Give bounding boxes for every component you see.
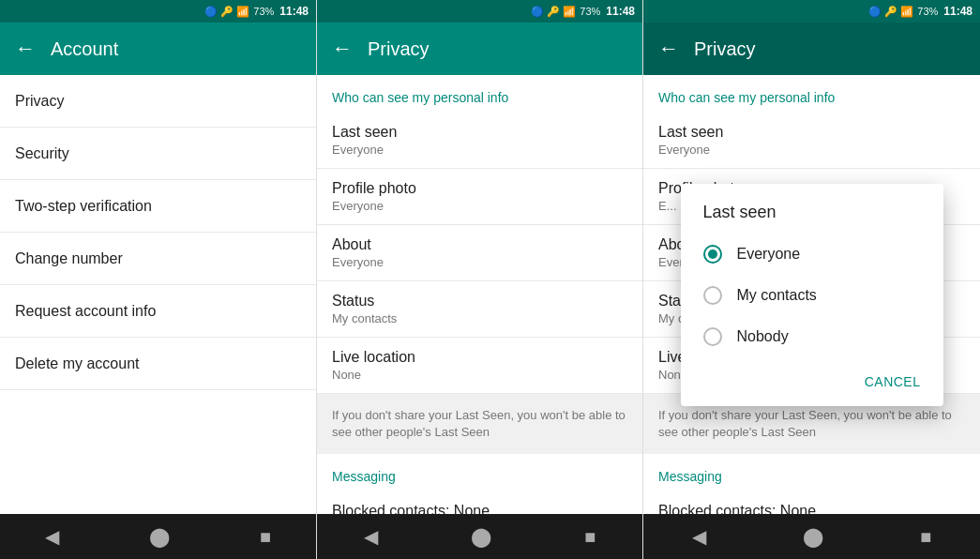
back-arrow-1[interactable]: ← (15, 37, 36, 61)
dialog-actions: CANCEL (681, 357, 943, 406)
privacy-top-bar: ← Privacy (317, 23, 642, 75)
account-menu-list: Privacy Security Two-step verification C… (0, 75, 316, 514)
bottom-nav-3: ◀ ⬤ ■ (643, 514, 980, 559)
dialog-option-my-contacts-label: My contacts (737, 287, 817, 304)
battery-3: 73% (917, 6, 938, 17)
panel-3-content: Who can see my personal info Last seen E… (643, 75, 980, 514)
radio-everyone[interactable] (703, 245, 722, 264)
nav-home-1[interactable]: ⬤ (149, 525, 170, 548)
menu-item-two-step[interactable]: Two-step verification (0, 180, 316, 233)
privacy-title-3: Privacy (694, 38, 756, 60)
status-bar-3: 🔵 🔑 📶 73% 11:48 (643, 0, 980, 23)
nav-square-2[interactable]: ■ (584, 526, 596, 548)
back-arrow-3[interactable]: ← (658, 37, 679, 61)
last-seen-label: Last seen (332, 124, 627, 141)
personal-info-header: Who can see my personal info (317, 75, 642, 113)
dialog-option-everyone-label: Everyone (737, 246, 801, 263)
privacy-item-live-location[interactable]: Live location None (317, 338, 642, 394)
panel-account: 🔵 🔑 📶 73% 11:48 ← Account Privacy Securi… (0, 0, 316, 559)
dialog-option-my-contacts[interactable]: My contacts (681, 275, 943, 316)
dialog-overlay: Last seen Everyone My contacts Nobody (643, 75, 980, 514)
menu-item-change-number-label: Change number (15, 250, 123, 267)
blocked-contacts-item[interactable]: Blocked contacts: None List of contacts … (317, 491, 642, 514)
dialog-title: Last seen (681, 184, 943, 234)
last-seen-sublabel: Everyone (332, 143, 627, 157)
nav-home-3[interactable]: ⬤ (803, 525, 823, 548)
nav-home-2[interactable]: ⬤ (471, 525, 491, 548)
battery-2: 73% (580, 6, 600, 17)
account-title: Account (51, 38, 118, 60)
bottom-nav-1: ◀ ⬤ ■ (0, 514, 316, 559)
radio-inner-everyone (708, 249, 717, 259)
nav-back-3[interactable]: ◀ (692, 525, 706, 548)
time-1: 11:48 (279, 5, 309, 18)
privacy-title: Privacy (368, 38, 430, 60)
last-seen-dialog: Last seen Everyone My contacts Nobody (681, 184, 943, 406)
status-bar-1: 🔵 🔑 📶 73% 11:48 (0, 0, 316, 23)
status-icons-2: 🔵 🔑 📶 (531, 6, 576, 18)
status-sublabel: My contacts (332, 311, 627, 325)
time-3: 11:48 (943, 5, 972, 18)
nav-back-2[interactable]: ◀ (364, 525, 378, 548)
privacy-item-about[interactable]: About Everyone (317, 225, 642, 281)
battery-1: 73% (253, 6, 274, 17)
profile-photo-sublabel: Everyone (332, 199, 627, 213)
privacy-note: If you don't share your Last Seen, you w… (317, 394, 642, 454)
status-icons-1: 🔵 🔑 📶 (204, 6, 249, 18)
dialog-option-everyone[interactable]: Everyone (681, 234, 943, 275)
status-icons-3: 🔵 🔑 📶 (868, 6, 913, 18)
blocked-contacts-label: Blocked contacts: None (332, 503, 627, 514)
panel-privacy: 🔵 🔑 📶 73% 11:48 ← Privacy Who can see my… (316, 0, 642, 559)
dialog-option-nobody-label: Nobody (737, 328, 789, 345)
messaging-header: Messaging (317, 454, 642, 491)
menu-item-delete-account[interactable]: Delete my account (0, 338, 316, 390)
bottom-nav-2: ◀ ⬤ ■ (317, 514, 642, 559)
live-location-sublabel: None (332, 368, 627, 382)
about-sublabel: Everyone (332, 255, 627, 269)
nav-square-1[interactable]: ■ (260, 526, 271, 548)
nav-square-3[interactable]: ■ (920, 526, 931, 548)
nav-back-1[interactable]: ◀ (45, 525, 59, 548)
menu-item-change-number[interactable]: Change number (0, 233, 316, 285)
back-arrow-2[interactable]: ← (332, 37, 353, 61)
about-label: About (332, 236, 627, 253)
time-2: 11:48 (606, 5, 635, 18)
privacy-item-last-seen[interactable]: Last seen Everyone (317, 113, 642, 169)
menu-item-request-account[interactable]: Request account info (0, 285, 316, 338)
menu-item-two-step-label: Two-step verification (15, 198, 152, 215)
privacy-list: Who can see my personal info Last seen E… (317, 75, 642, 514)
dialog-option-nobody[interactable]: Nobody (681, 316, 943, 357)
dialog-cancel-button[interactable]: CANCEL (850, 365, 936, 399)
menu-item-request-account-label: Request account info (15, 303, 156, 320)
privacy-item-status[interactable]: Status My contacts (317, 281, 642, 338)
panel-privacy-dialog: 🔵 🔑 📶 73% 11:48 ← Privacy Who can see my… (642, 0, 980, 559)
radio-nobody[interactable] (703, 327, 722, 346)
radio-my-contacts[interactable] (703, 286, 722, 305)
menu-item-privacy-label: Privacy (15, 93, 64, 110)
menu-item-privacy[interactable]: Privacy (0, 75, 316, 128)
privacy-top-bar-3: ← Privacy (643, 23, 980, 75)
live-location-label: Live location (332, 349, 627, 366)
menu-item-security-label: Security (15, 145, 69, 162)
account-top-bar: ← Account (0, 23, 316, 75)
menu-item-delete-account-label: Delete my account (15, 355, 140, 372)
privacy-item-profile-photo[interactable]: Profile photo Everyone (317, 169, 642, 225)
status-label: Status (332, 293, 627, 310)
profile-photo-label: Profile photo (332, 180, 627, 197)
status-bar-2: 🔵 🔑 📶 73% 11:48 (317, 0, 642, 23)
menu-item-security[interactable]: Security (0, 128, 316, 180)
